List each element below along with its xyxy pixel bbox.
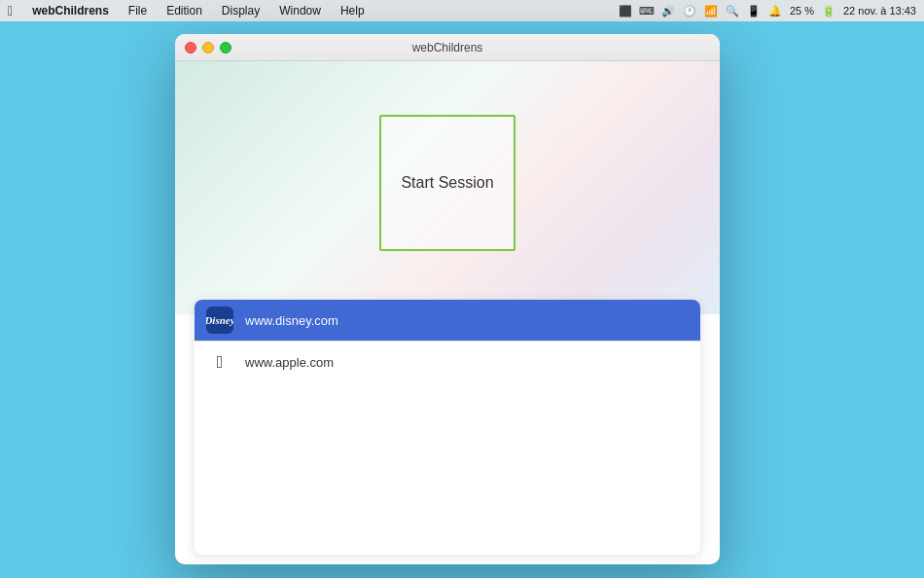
app-window: webChildrens Start Session Disney www.di… — [175, 34, 720, 564]
list-item[interactable]:  www.apple.com — [195, 342, 700, 382]
datetime: 22 nov. à 13:43 — [843, 5, 916, 17]
start-session-button[interactable]: Start Session — [379, 115, 515, 251]
menu-file[interactable]: File — [124, 3, 151, 18]
menubar-right: ⬛ ⌨ 🔊 🕐 📶 🔍 📱 🔔 25 % 🔋 22 nov. à 13:43 — [619, 4, 916, 18]
menu-window[interactable]: Window — [275, 3, 325, 18]
disney-url: www.disney.com — [245, 313, 338, 328]
app-name[interactable]: webChildrens — [28, 3, 113, 18]
volume-icon: 🔊 — [661, 4, 675, 18]
traffic-lights — [185, 42, 231, 54]
window-content: Start Session Disney www.disney.com  ww… — [175, 61, 720, 564]
apple-favicon:  — [206, 348, 233, 376]
battery-percent: 25 % — [790, 5, 814, 17]
apple-url: www.apple.com — [245, 355, 334, 370]
close-button[interactable] — [185, 42, 196, 54]
notification-icon: 🔔 — [768, 4, 782, 18]
menu-edition[interactable]: Edition — [162, 3, 206, 18]
menu-help[interactable]: Help — [337, 3, 369, 18]
battery-icon: 🔋 — [822, 4, 835, 18]
list-item[interactable]: Disney www.disney.com — [195, 300, 700, 341]
start-session-label: Start Session — [401, 172, 493, 194]
minimize-button[interactable] — [202, 42, 214, 54]
window-title: webChildrens — [412, 41, 483, 54]
siri-icon: 📱 — [747, 4, 761, 18]
cast-icon: ⬛ — [619, 4, 632, 18]
sites-panel: Disney www.disney.com  www.apple.com — [195, 300, 700, 555]
search-icon[interactable]: 🔍 — [726, 4, 739, 18]
maximize-button[interactable] — [220, 42, 231, 54]
disney-favicon: Disney — [206, 307, 233, 334]
clock-icon: 🕐 — [683, 4, 696, 18]
keyboard-icon: ⌨ — [640, 4, 654, 18]
menubar:  webChildrens File Edition Display Wind… — [0, 0, 924, 21]
apple-menu-icon[interactable]:  — [8, 3, 13, 18]
menu-display[interactable]: Display — [218, 3, 264, 18]
titlebar: webChildrens — [175, 34, 720, 61]
wifi-icon: 📶 — [704, 4, 718, 18]
